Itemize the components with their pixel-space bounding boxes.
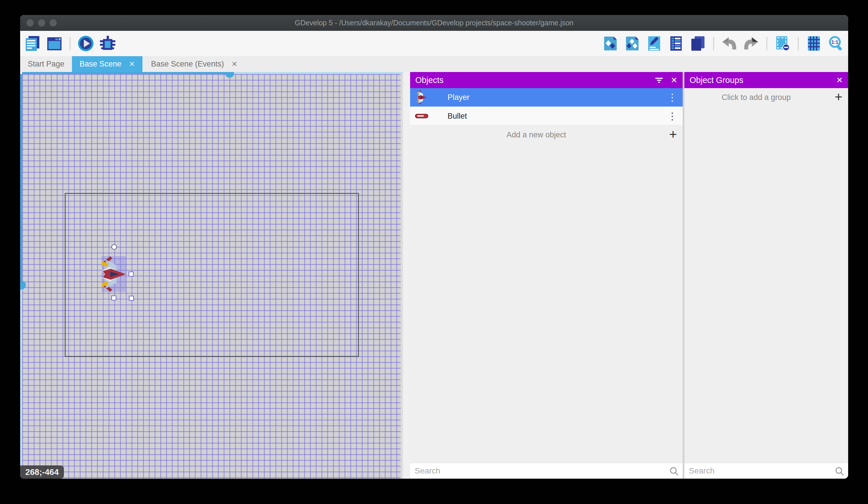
close-panel-icon[interactable]: ✕ [671,75,678,85]
add-group-row[interactable]: Click to add a group + [684,88,848,107]
object-menu-icon[interactable]: ⋮ [666,107,678,125]
instances-list-icon[interactable] [668,35,684,52]
toolbar-divider [798,37,799,50]
search-icon[interactable] [669,466,679,477]
play-icon[interactable] [78,35,94,52]
tab-label: Start Page [28,60,64,69]
object-row-player[interactable]: Player ⋮ [410,88,683,107]
zoom-1-1-icon[interactable]: 1:1 [827,35,844,52]
filter-icon[interactable] [655,77,663,83]
rotate-handle[interactable] [111,244,117,250]
toolbar-divider [70,37,71,50]
object-row-bullet[interactable]: Bullet ⋮ [410,107,683,125]
scene-editor-icon[interactable] [46,35,63,52]
horizontal-scrollbar[interactable] [22,72,403,74]
search-icon[interactable] [834,466,845,477]
redo-icon[interactable] [743,35,760,52]
project-manager-icon[interactable] [24,35,41,52]
window-title: GDevelop 5 - /Users/dkarakay/Documents/G… [20,15,848,31]
objects-search-input[interactable] [410,463,683,478]
close-window-button[interactable] [27,19,34,27]
window-mask-icon[interactable] [774,35,791,52]
toolbar: 1:1 [20,31,848,56]
traffic-lights [27,19,57,27]
vertical-scrollbar[interactable] [20,74,22,478]
app-window: GDevelop 5 - /Users/dkarakay/Documents/G… [20,15,848,478]
add-object-label: Add a new object [410,125,662,144]
grid-icon[interactable] [806,35,822,52]
groups-panel-header: Object Groups ✕ [684,72,848,88]
tab-label: Base Scene (Events) [151,60,224,69]
undo-icon[interactable] [721,35,737,52]
object-name: Bullet [447,107,467,125]
toolbar-divider [713,37,714,50]
resize-handle-right[interactable] [128,272,134,276]
resize-handle-bottom[interactable] [111,295,116,300]
scene-canvas[interactable]: 268;-464 [20,72,410,478]
selected-instance-player[interactable] [102,256,126,292]
object-groups-icon[interactable] [624,35,641,52]
svg-text:1:1: 1:1 [831,39,838,44]
tab-start-page[interactable]: Start Page [20,56,72,72]
object-menu-icon[interactable]: ⋮ [666,88,678,107]
groups-search-row [684,463,848,478]
objects-panel: Objects ✕ [410,72,683,478]
tab-bar: Start Page Base Scene ✕ Base Scene (Even… [20,56,848,72]
player-ship-sprite [102,256,126,292]
layers-icon[interactable] [690,35,706,52]
object-groups-panel: Object Groups ✕ Click to add a group + [684,72,848,478]
bullet-thumbnail-icon [415,107,429,125]
plus-icon[interactable]: + [669,125,677,143]
plus-icon[interactable]: + [835,88,843,105]
titlebar: GDevelop 5 - /Users/dkarakay/Documents/G… [20,15,848,31]
zoom-window-button[interactable] [50,19,57,27]
player-thumbnail-icon [415,88,429,107]
cursor-coordinates-badge: 268;-464 [20,465,64,478]
resize-handle-corner[interactable] [129,296,134,301]
tab-base-scene[interactable]: Base Scene ✕ [72,56,143,72]
minimize-window-button[interactable] [38,19,45,27]
add-group-label: Click to add a group [684,88,828,107]
close-tab-icon[interactable]: ✕ [231,60,237,68]
add-object-row[interactable]: Add a new object + [410,125,683,144]
toolbar-divider [766,37,767,50]
object-name: Player [447,88,470,107]
tab-base-scene-events[interactable]: Base Scene (Events) ✕ [143,56,246,72]
objects-search-row [410,463,683,478]
close-panel-icon[interactable]: ✕ [836,75,843,85]
groups-search-input[interactable] [684,463,848,478]
properties-icon[interactable] [646,35,662,52]
objects-panel-title: Objects [415,75,647,85]
groups-panel-title: Object Groups [690,75,829,85]
objects-editor-icon[interactable] [602,35,619,52]
close-tab-icon[interactable]: ✕ [129,60,135,68]
objects-panel-header: Objects ✕ [410,72,683,88]
debug-icon[interactable] [99,35,116,52]
tab-label: Base Scene [80,60,122,69]
